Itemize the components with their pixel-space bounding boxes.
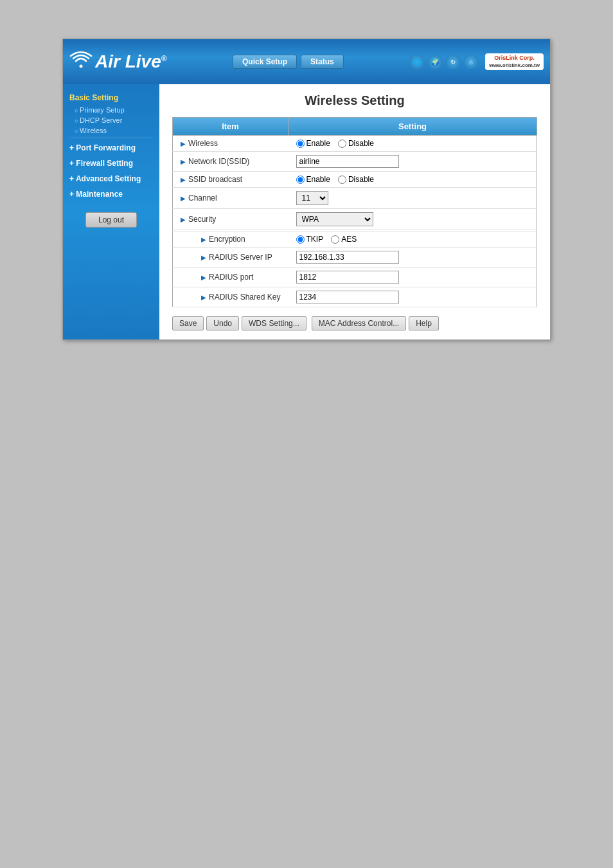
item-label-ssid-broadcast: ▶ SSID broadcast xyxy=(173,172,289,188)
nav-buttons: Quick Setup Status xyxy=(233,55,344,69)
arrow-icon: ▶ xyxy=(181,195,186,202)
item-label-radius-port: ▶ RADIUS port xyxy=(173,267,289,287)
page-title: Wireless Setting xyxy=(172,93,537,108)
ssid-broadcast-enable-radio[interactable] xyxy=(296,176,305,184)
wifi-icon xyxy=(69,51,93,73)
orislink-logo: OrisLink Corp. www.orislink.com.tw xyxy=(485,53,544,70)
table-row: ▶ Wireless Enable xyxy=(173,136,537,152)
mac-address-control-button[interactable]: MAC Address Control... xyxy=(312,316,406,330)
col-setting-header: Setting xyxy=(289,118,537,136)
arrow-icon: ▶ xyxy=(181,176,186,183)
save-button[interactable]: Save xyxy=(172,316,204,330)
table-row: ▶ RADIUS Shared Key xyxy=(173,287,537,307)
setting-wireless: Enable Disable xyxy=(289,136,537,152)
table-row: ▶ Encryption TKIP xyxy=(173,231,537,248)
sidebar-basic-setting-title: Basic Setting xyxy=(63,91,159,105)
table-row: ▶ Network ID(SSID) xyxy=(173,152,537,172)
item-label-ssid: ▶ Network ID(SSID) xyxy=(173,152,289,172)
ssid-input[interactable] xyxy=(296,155,399,168)
wireless-disable-label: Disable xyxy=(338,139,374,148)
settings-table: Item Setting ▶ Wireless xyxy=(172,117,537,307)
wireless-disable-radio[interactable] xyxy=(338,140,346,148)
radius-shared-key-input[interactable] xyxy=(296,291,399,303)
help-button[interactable]: Help xyxy=(409,316,439,330)
table-row: ▶ RADIUS port xyxy=(173,267,537,287)
table-row: ▶ Security WPA WEP None xyxy=(173,209,537,230)
ssid-broadcast-enable-label: Enable xyxy=(296,175,330,184)
wireless-enable-label: Enable xyxy=(296,139,330,148)
setting-encryption: TKIP AES xyxy=(289,231,537,248)
encryption-radio-group: TKIP AES xyxy=(296,235,529,244)
item-label-encryption: ▶ Encryption xyxy=(173,231,289,248)
sidebar: Basic Setting Primary Setup DHCP Server … xyxy=(63,84,159,339)
sidebar-item-primary-setup[interactable]: Primary Setup xyxy=(63,105,159,115)
sidebar-item-maintenance[interactable]: Maintenance xyxy=(63,186,159,202)
security-select[interactable]: WPA WEP None xyxy=(296,212,373,226)
wireless-enable-radio[interactable] xyxy=(296,140,305,148)
ssid-broadcast-disable-radio[interactable] xyxy=(338,176,346,184)
item-label-security: ▶ Security xyxy=(173,209,289,230)
item-label-wireless: ▶ Wireless xyxy=(173,136,289,152)
home-icon[interactable]: ⌂ xyxy=(463,54,479,69)
radius-server-ip-input[interactable] xyxy=(296,251,399,264)
main-layout: Basic Setting Primary Setup DHCP Server … xyxy=(63,84,550,339)
sidebar-divider-1 xyxy=(69,138,153,138)
sidebar-item-dhcp-server[interactable]: DHCP Server xyxy=(63,115,159,125)
content-area: Wireless Setting Item Setting ▶ Wirel xyxy=(159,84,550,339)
globe2-icon[interactable]: 🌍 xyxy=(427,54,443,69)
svg-point-0 xyxy=(80,64,83,68)
setting-radius-key xyxy=(289,287,537,307)
globe1-icon[interactable]: 🌐 xyxy=(409,54,425,69)
undo-button[interactable]: Undo xyxy=(206,316,239,330)
wds-setting-button[interactable]: WDS Setting... xyxy=(242,316,306,330)
logo-area: Air Live® xyxy=(69,51,167,73)
setting-ssid xyxy=(289,152,537,172)
arrow-icon: ▶ xyxy=(181,216,186,223)
arrow-icon: ▶ xyxy=(201,236,206,243)
col-item-header: Item xyxy=(173,118,289,136)
sidebar-item-wireless[interactable]: Wireless xyxy=(63,125,159,136)
radius-port-input[interactable] xyxy=(296,271,399,284)
browser-frame: Air Live® Quick Setup Status 🌐 🌍 ↻ ⌂ Ori… xyxy=(62,39,551,340)
ssid-broadcast-disable-label: Disable xyxy=(338,175,374,184)
arrow-icon: ▶ xyxy=(201,254,206,261)
item-label-radius-key: ▶ RADIUS Shared Key xyxy=(173,287,289,307)
item-label-radius-ip: ▶ RADIUS Server IP xyxy=(173,248,289,267)
sidebar-item-firewall-setting[interactable]: Firewall Setting xyxy=(63,156,159,171)
ssid-broadcast-radio-group: Enable Disable xyxy=(296,175,529,184)
status-button[interactable]: Status xyxy=(301,55,344,69)
table-row: ▶ Channel 1234 5678 91011 1213 xyxy=(173,188,537,209)
sidebar-item-advanced-setting[interactable]: Advanced Setting xyxy=(63,171,159,186)
setting-radius-port xyxy=(289,267,537,287)
table-row: ▶ SSID broadcast Enable xyxy=(173,172,537,188)
arrow-icon: ▶ xyxy=(201,294,206,301)
encryption-aes-radio[interactable] xyxy=(331,235,339,244)
bottom-buttons: Save Undo WDS Setting... MAC Address Con… xyxy=(172,316,537,330)
quick-setup-button[interactable]: Quick Setup xyxy=(233,55,297,69)
setting-security: WPA WEP None xyxy=(289,209,537,230)
arrow-icon: ▶ xyxy=(201,274,206,281)
logout-button[interactable]: Log out xyxy=(85,212,137,228)
setting-ssid-broadcast: Enable Disable xyxy=(289,172,537,188)
table-row: ▶ RADIUS Server IP xyxy=(173,248,537,267)
logo-text: Air Live® xyxy=(95,51,167,72)
encryption-tkip-label: TKIP xyxy=(296,235,324,244)
refresh-icon[interactable]: ↻ xyxy=(445,54,461,69)
channel-select[interactable]: 1234 5678 91011 1213 xyxy=(296,191,328,205)
arrow-icon: ▶ xyxy=(181,140,186,147)
header-icons: 🌐 🌍 ↻ ⌂ OrisLink Corp. www.orislink.com.… xyxy=(409,53,544,70)
wireless-radio-group: Enable Disable xyxy=(296,139,529,148)
arrow-icon: ▶ xyxy=(181,158,186,165)
item-label-channel: ▶ Channel xyxy=(173,188,289,209)
encryption-aes-label: AES xyxy=(331,235,357,244)
header: Air Live® Quick Setup Status 🌐 🌍 ↻ ⌂ Ori… xyxy=(63,39,550,84)
setting-channel: 1234 5678 91011 1213 xyxy=(289,188,537,209)
encryption-tkip-radio[interactable] xyxy=(296,235,305,244)
sidebar-item-port-forwarding[interactable]: Port Forwarding xyxy=(63,140,159,156)
setting-radius-ip xyxy=(289,248,537,267)
